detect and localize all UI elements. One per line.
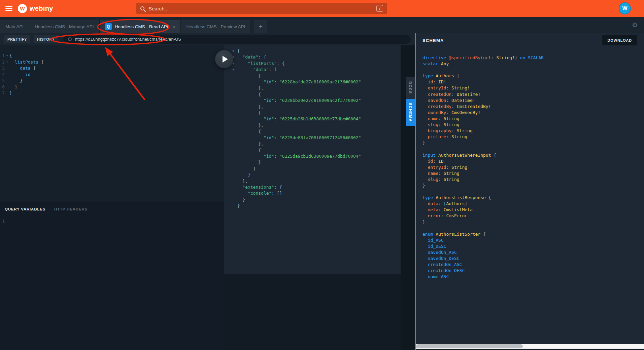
prettify-button[interactable]: PRETTIFY [4, 35, 30, 43]
code-line: id: ID! [422, 79, 644, 85]
scrollbar-thumb[interactable] [416, 344, 523, 348]
search-placeholder: Search... [148, 6, 169, 11]
code-line: input AuthorsGetWhereInput { [422, 152, 644, 158]
code-line: slug: String [422, 122, 644, 128]
search-input[interactable]: Search... / [136, 3, 387, 14]
horizontal-scrollbar[interactable] [416, 344, 644, 350]
code-line: id_DESC [422, 243, 644, 249]
new-tab-button[interactable]: + [254, 20, 267, 33]
code-line: savedOn_DESC [422, 256, 644, 262]
code-line: id_ASC [422, 237, 644, 243]
code-line: "id": "6228bba0e27c810009ac2f37#0002" [232, 98, 401, 104]
code-line: name: String [422, 116, 644, 122]
code-line: createdBy: CmsCreatedBy! [422, 104, 644, 110]
code-line: "id": "6228bafde27c810009ac2f36#0002" [232, 79, 401, 85]
code-line [422, 67, 644, 73]
code-line: } [422, 140, 644, 146]
code-line: scalar Any [422, 61, 644, 67]
code-line: type AuthorsListResponse { [422, 195, 644, 201]
keyboard-shortcut-badge: / [376, 5, 383, 12]
query-editor[interactable]: 1▾{2▾ listPosts {3 data {4 id5 }6 }7} [0, 45, 224, 202]
code-line: "extensions": { [232, 184, 401, 190]
execute-query-button[interactable] [215, 50, 233, 68]
tab-label: Headless CMS - Manage API [35, 24, 94, 29]
code-line: ] [232, 166, 401, 172]
brand-name: webiny [30, 5, 53, 12]
code-line: createdOn_ASC [422, 262, 644, 268]
code-line: { [232, 110, 401, 116]
variables-section: QUERY VARIABLES HTTP HEADERS 1 [0, 202, 224, 350]
response-viewer: ▾ {▾ "data": {▾ "listPosts": {▾ "data": … [224, 45, 401, 274]
code-line: } [422, 183, 644, 189]
schema-panel-header: SCHEMA DOWNLOAD [416, 33, 644, 48]
docs-side-tab[interactable]: DOCS [406, 77, 415, 99]
code-line: } [232, 159, 401, 165]
code-line: error: CmsError [422, 213, 644, 219]
code-line: ▾ "listPosts": { [232, 61, 401, 67]
gear-icon[interactable]: ⚙ [632, 21, 638, 29]
code-line: savedOn_ASC [422, 249, 644, 256]
code-line: createdOn: DateTime! [422, 91, 644, 98]
code-line: savedOn: DateTime! [422, 98, 644, 104]
code-line: slug: String [422, 177, 644, 183]
query-badge-icon: Q [105, 23, 112, 30]
schema-panel-title: SCHEMA [422, 38, 444, 43]
code-line: type Authors { [422, 73, 644, 79]
download-schema-button[interactable]: DOWNLOAD [602, 35, 637, 45]
tab-headless-cms-read-api[interactable]: Q Headless CMS - Read API × [100, 20, 181, 33]
variables-header: QUERY VARIABLES HTTP HEADERS [0, 202, 224, 216]
code-line: biography: String [422, 128, 644, 134]
playground-body: PRETTIFY HISTORY https://d16nhgqznszc7v.… [0, 33, 644, 350]
close-tab-icon[interactable]: × [172, 24, 175, 30]
query-pane: 1▾{2▾ listPosts {3 data {4 id5 }6 }7} QU… [0, 45, 224, 350]
schema-viewer: directive @specifiedBy(url: String!) on … [416, 48, 644, 344]
search-icon [140, 6, 144, 10]
code-line: 4 id [0, 72, 224, 78]
api-url: https://d16nhgqznszc7v.cloudfront.net/cm… [75, 37, 181, 42]
history-button[interactable]: HISTORY [34, 35, 58, 43]
code-line: { [232, 128, 401, 134]
variables-editor[interactable]: 1 [0, 216, 224, 224]
code-line: { [232, 91, 401, 98]
code-line: 1▾{ [0, 53, 224, 59]
schema-side-tab[interactable]: SCHEMA [406, 99, 415, 126]
code-line: name_ASC [422, 274, 644, 280]
code-line: 7} [0, 90, 224, 96]
code-line: } [232, 172, 401, 178]
code-line: directive @specifiedBy(url: String!) on … [422, 55, 644, 61]
code-line: name: String [422, 170, 644, 177]
api-tabbar: Main API Headless CMS - Manage API Q Hea… [0, 17, 644, 33]
tab-main-api[interactable]: Main API [0, 20, 29, 33]
code-line: 2▾ listPosts { [0, 59, 224, 66]
query-variables-tab[interactable]: QUERY VARIABLES [5, 207, 45, 211]
code-line [422, 189, 644, 195]
menu-icon[interactable] [5, 5, 12, 12]
result-region: ▾ {▾ "data": {▾ "listPosts": {▾ "data": … [224, 45, 415, 350]
play-icon [223, 56, 228, 63]
code-line: id: ID [422, 158, 644, 164]
tab-headless-cms-preview-api[interactable]: Headless CMS - Preview API [181, 20, 251, 33]
code-line: "id": "6225de88fa708f0009712458#0002" [232, 135, 401, 141]
tab-headless-cms-manage-api[interactable]: Headless CMS - Manage API [29, 20, 100, 33]
code-line: picture: String [422, 134, 644, 140]
editor-row: 1▾{2▾ listPosts {3 data {4 id5 }6 }7} QU… [0, 45, 415, 350]
code-line: }, [232, 178, 401, 184]
endpoint-icon [68, 37, 72, 41]
code-line: entryId: String [422, 164, 644, 170]
tab-label: Headless CMS - Read API [115, 24, 168, 29]
line-number: 1 [0, 219, 5, 224]
topbar: W webiny Search... / W [0, 0, 644, 17]
api-url-field[interactable]: https://d16nhgqznszc7v.cloudfront.net/cm… [63, 35, 411, 44]
code-line: }, [232, 104, 401, 110]
http-headers-tab[interactable]: HTTP HEADERS [54, 207, 88, 211]
user-avatar[interactable]: W [619, 2, 631, 14]
schema-panel: SCHEMA DOWNLOAD directive @specifiedBy(u… [416, 33, 644, 350]
webiny-logo[interactable]: W webiny [18, 4, 53, 13]
avatar-letter: W [622, 5, 627, 11]
code-line: meta: CmsListMeta [422, 207, 644, 213]
code-line: }, [232, 122, 401, 128]
code-line: ownedBy: CmsOwnedBy! [422, 110, 644, 116]
code-line: { [232, 73, 401, 79]
tab-label: Headless CMS - Preview API [186, 24, 245, 29]
code-line: } [232, 203, 401, 209]
